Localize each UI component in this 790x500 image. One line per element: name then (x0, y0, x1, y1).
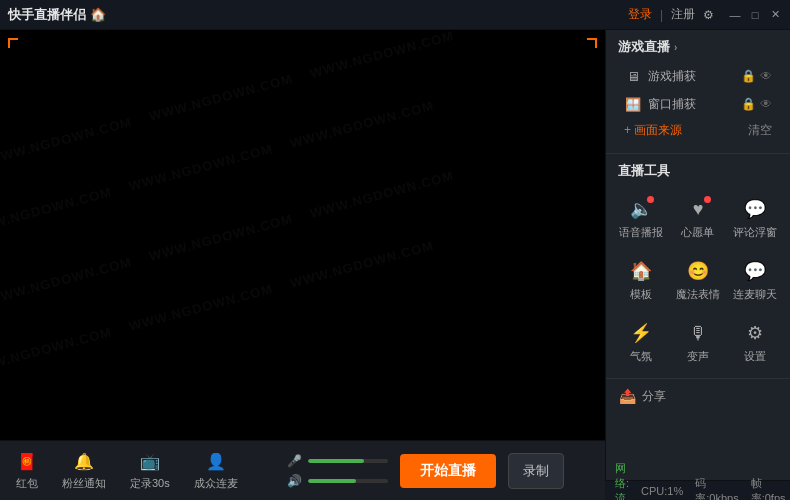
lock2-icon[interactable]: 🔒 (741, 97, 756, 111)
title-text: 快手直播伴侣 (8, 7, 86, 22)
close-btn[interactable]: ✕ (768, 8, 782, 22)
template-label: 模板 (630, 287, 652, 302)
tool-heart[interactable]: ♥ 心愿单 (671, 188, 726, 248)
lock-icon[interactable]: 🔒 (741, 69, 756, 83)
speaker-fill (308, 479, 356, 483)
divider-2 (606, 378, 790, 379)
redpack-label: 红包 (16, 476, 38, 491)
login-btn[interactable]: 登录 (628, 6, 652, 23)
fps-status: 帧率:0fps (751, 476, 786, 501)
share-label: 分享 (642, 388, 666, 405)
game-capture-icon: 🖥 (624, 67, 642, 85)
eye-icon[interactable]: 👁 (760, 69, 772, 83)
voice-label: 语音播报 (619, 225, 663, 240)
tool-settings[interactable]: ⚙ 设置 (727, 312, 782, 372)
tool-magic[interactable]: 😊 魔法表情 (671, 250, 726, 310)
redpack-icon: 🧧 (16, 451, 38, 473)
voice2-label: 变声 (687, 349, 709, 364)
speaker-volume-row: 🔊 (286, 473, 388, 489)
tool-voice2[interactable]: 🎙 变声 (671, 312, 726, 372)
corner-tr (587, 38, 597, 48)
share-icon: 📤 (618, 387, 636, 405)
eye2-icon[interactable]: 👁 (760, 97, 772, 111)
fans-notify-btn[interactable]: 🔔 粉丝通知 (62, 451, 106, 491)
speaker-icon: 🔊 (286, 473, 302, 489)
watermark-3: WWW.NGDOWN.COM WWW.NGDOWN.COM WWW.NGDOWN… (0, 168, 456, 307)
heart-label: 心愿单 (681, 225, 714, 240)
game-capture-label: 游戏捕获 (648, 68, 741, 85)
heart-dot (704, 196, 711, 203)
game-section-title: 游戏直播 › (618, 38, 778, 56)
settings-tool-icon: ⚙ (742, 320, 768, 346)
right-panel: 游戏直播 › 🖥 游戏捕获 🔒 👁 🪟 窗口捕获 🔒 👁 (605, 30, 790, 500)
voice2-icon: 🎙 (685, 320, 711, 346)
mic-slider[interactable] (308, 459, 388, 463)
window-capture-label: 窗口捕获 (648, 96, 741, 113)
titlebar-controls: 登录 | 注册 ⚙ — □ ✕ (628, 6, 782, 23)
fans2-label: 成众连麦 (194, 476, 238, 491)
screen30-icon: 📺 (139, 451, 161, 473)
tool-chat[interactable]: 💬 连麦聊天 (727, 250, 782, 310)
record-btn[interactable]: 录制 (508, 453, 564, 489)
center-controls: 🎤 🔊 开始直播 录制 (262, 453, 589, 489)
screen30-label: 定录30s (130, 476, 170, 491)
settings-icon[interactable]: ⚙ (703, 8, 714, 22)
mic-fill (308, 459, 364, 463)
add-source-btn[interactable]: + 画面来源 (624, 122, 682, 139)
window-capture-icon: 🪟 (624, 95, 642, 113)
game-arrow-icon: › (674, 42, 677, 53)
app-title: 快手直播伴侣 🏠 (8, 6, 628, 24)
comment-label: 评论浮窗 (733, 225, 777, 240)
tools-grid: 🔈 语音播报 ♥ 心愿单 💬 评论浮窗 🏠 模板 (606, 184, 790, 376)
game-section: 游戏直播 › 🖥 游戏捕获 🔒 👁 🪟 窗口捕获 🔒 👁 (606, 30, 790, 151)
cpu-status: CPU:1% (641, 485, 683, 497)
atmosphere-label: 气氛 (630, 349, 652, 364)
magic-label: 魔法表情 (676, 287, 720, 302)
mic-volume-row: 🎤 (286, 453, 388, 469)
corner-tl (8, 38, 18, 48)
tool-template[interactable]: 🏠 模板 (614, 250, 669, 310)
fans2-btn[interactable]: 👤 成众连麦 (194, 451, 238, 491)
template-icon: 🏠 (628, 258, 654, 284)
chat-icon: 💬 (742, 258, 768, 284)
titlebar: 快手直播伴侣 🏠 登录 | 注册 ⚙ — □ ✕ (0, 0, 790, 30)
screen30-btn[interactable]: 📺 定录30s (130, 451, 170, 491)
add-source-row: + 画面来源 清空 (618, 118, 778, 143)
window-controls: — □ ✕ (728, 8, 782, 22)
register-btn[interactable]: 注册 (671, 6, 695, 23)
start-live-btn[interactable]: 开始直播 (400, 454, 496, 488)
fans-label: 粉丝通知 (62, 476, 106, 491)
divider-1 (606, 153, 790, 154)
game-title-text: 游戏直播 (618, 38, 670, 56)
watermark-4: WWW.NGDOWN.COM WWW.NGDOWN.COM WWW.NGDOWN… (0, 238, 436, 377)
game-capture-actions: 🔒 👁 (741, 69, 772, 83)
sep: | (660, 8, 663, 22)
statusbar: 网络:流畅 CPU:1% 码率:0kbps 帧率:0fps (605, 480, 790, 500)
redpack-btn[interactable]: 🧧 红包 (16, 451, 38, 491)
tool-atmosphere[interactable]: ⚡ 气氛 (614, 312, 669, 372)
fans-icon: 🔔 (73, 451, 95, 473)
speaker-slider[interactable] (308, 479, 388, 483)
bitrate-status: 码率:0kbps (695, 476, 738, 501)
fans2-icon: 👤 (205, 451, 227, 473)
tool-comment[interactable]: 💬 评论浮窗 (727, 188, 782, 248)
preview-area: WWW.NGDOWN.COM WWW.NGDOWN.COM WWW.NGDOWN… (0, 30, 605, 500)
net-status: 网络:流畅 (615, 461, 629, 501)
settings-label: 设置 (744, 349, 766, 364)
atmosphere-icon: ⚡ (628, 320, 654, 346)
main-layout: WWW.NGDOWN.COM WWW.NGDOWN.COM WWW.NGDOWN… (0, 30, 790, 500)
magic-icon: 😊 (685, 258, 711, 284)
game-capture-item[interactable]: 🖥 游戏捕获 🔒 👁 (618, 62, 778, 90)
watermark-2: WWW.NGDOWN.COM WWW.NGDOWN.COM WWW.NGDOWN… (0, 98, 436, 237)
voice-icon: 🔈 (628, 196, 654, 222)
voice-dot (647, 196, 654, 203)
tool-voice[interactable]: 🔈 语音播报 (614, 188, 669, 248)
window-capture-item[interactable]: 🪟 窗口捕获 🔒 👁 (618, 90, 778, 118)
window-capture-actions: 🔒 👁 (741, 97, 772, 111)
clear-btn[interactable]: 清空 (748, 122, 772, 139)
minimize-btn[interactable]: — (728, 8, 742, 22)
fire-icon: 🏠 (90, 7, 106, 22)
share-row[interactable]: 📤 分享 (606, 381, 790, 411)
chat-label: 连麦聊天 (733, 287, 777, 302)
maximize-btn[interactable]: □ (748, 8, 762, 22)
